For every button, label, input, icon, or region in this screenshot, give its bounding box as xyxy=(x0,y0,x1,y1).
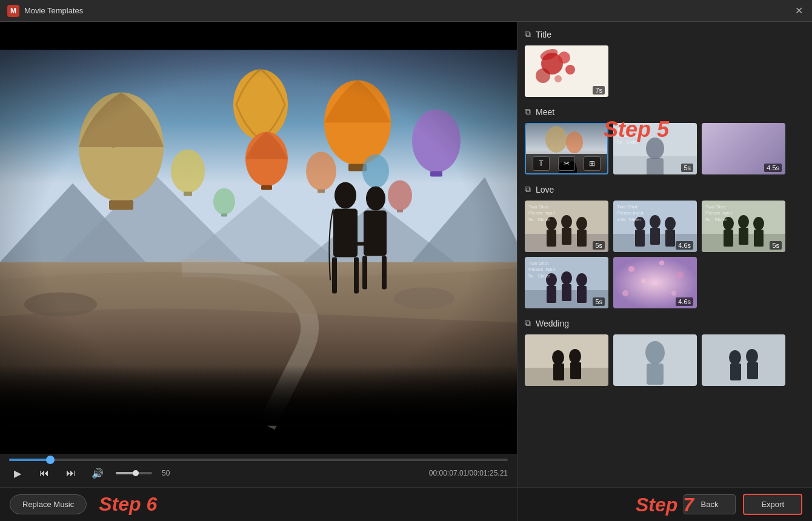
section-meet-label: Meet xyxy=(536,107,554,117)
svg-point-53 xyxy=(566,131,583,153)
svg-point-103 xyxy=(552,350,564,365)
thumb-wedding-3[interactable] xyxy=(702,334,785,386)
svg-rect-81 xyxy=(724,230,733,247)
thumb-meet-1[interactable]: T ✂ ⊞ xyxy=(525,123,608,174)
thumb-love-3-inner: Two ShotPlease input5s Slider 5s xyxy=(702,201,785,252)
svg-point-95 xyxy=(628,266,634,272)
thumb-title-1-inner: 7s xyxy=(525,45,608,97)
thumb-image-button[interactable]: ⊞ xyxy=(584,156,601,171)
section-love-header: ⧉ Love xyxy=(525,184,805,194)
thumb-meet-2-text: Two ShotPlease input5s Slider xyxy=(617,127,644,145)
step7-annotation: Step 7 xyxy=(636,493,694,516)
title-bar-left: M Movie Templates xyxy=(7,5,83,17)
volume-value: 50 xyxy=(162,469,170,477)
section-love-icon: ⧉ xyxy=(525,184,531,194)
thumb-love-5[interactable]: 4.6s xyxy=(613,257,697,308)
video-preview xyxy=(0,22,517,454)
svg-point-46 xyxy=(558,51,570,64)
svg-rect-114 xyxy=(747,362,758,379)
scrubber-track[interactable] xyxy=(9,459,508,461)
replace-music-button[interactable]: Replace Music xyxy=(10,494,87,514)
svg-point-74 xyxy=(650,215,661,228)
section-title-icon: ⧉ xyxy=(525,29,531,39)
export-button[interactable]: Export xyxy=(743,494,802,515)
svg-point-82 xyxy=(738,215,749,228)
close-button[interactable]: ✕ xyxy=(793,5,805,17)
svg-rect-73 xyxy=(635,230,645,247)
thumb-love-4-text: Two ShotPlease input5s Slider xyxy=(528,260,555,279)
svg-point-113 xyxy=(746,349,758,363)
section-wedding-header: ⧉ Wedding xyxy=(525,318,805,328)
svg-point-98 xyxy=(641,279,646,284)
app-title: Movie Templates xyxy=(24,6,83,15)
section-title-header: ⧉ Title xyxy=(525,29,805,39)
section-title-label: Title xyxy=(536,30,551,39)
controls-row: ▶ ⏮ ⏭ 🔊 50 00:00:07.01/00:01:25.21 xyxy=(9,465,508,482)
volume-button[interactable]: 🔊 xyxy=(89,465,106,482)
thumb-love-4[interactable]: Two ShotPlease input5s Slider 5s xyxy=(525,257,608,308)
svg-rect-85 xyxy=(754,230,764,247)
svg-point-100 xyxy=(671,291,676,296)
main-layout: ▶ ⏮ ⏭ 🔊 50 00:00:07.01/00:01:25.21 Repla… xyxy=(0,22,812,521)
thumb-wedding-1[interactable] xyxy=(525,334,608,386)
prev-frame-button[interactable]: ⏮ xyxy=(36,465,53,482)
svg-rect-77 xyxy=(665,230,675,247)
svg-rect-102 xyxy=(525,368,608,386)
thumb-meet-1-controls: T ✂ ⊞ xyxy=(526,154,607,173)
svg-point-105 xyxy=(569,349,581,363)
thumb-meet-3[interactable]: 4.5s xyxy=(702,123,785,174)
thumb-love-2[interactable]: Two ShotPlease input4.6s Slider 4.6s xyxy=(613,201,697,252)
thumb-meet-3-duration: 4.5s xyxy=(764,164,782,172)
thumb-wedding-2[interactable] xyxy=(613,334,697,386)
volume-slider[interactable] xyxy=(116,472,152,474)
thumb-meet-3-inner: 4.5s xyxy=(702,123,785,174)
svg-rect-106 xyxy=(570,362,581,379)
svg-rect-91 xyxy=(562,284,571,301)
right-bottom-bar: Step 7 Back Export xyxy=(517,487,812,521)
svg-rect-65 xyxy=(547,230,556,247)
play-button[interactable]: ▶ xyxy=(9,465,26,482)
current-time: 00:00:07.01 xyxy=(429,469,467,477)
thumb-love-1-text: Two ShotPlease input5s Slider xyxy=(528,204,555,223)
thumb-love-1-duration: 5s xyxy=(593,241,605,250)
svg-point-60 xyxy=(646,138,664,159)
svg-rect-61 xyxy=(647,158,664,174)
svg-point-52 xyxy=(545,126,567,153)
thumb-love-3[interactable]: Two ShotPlease input5s Slider 5s xyxy=(702,201,785,252)
thumb-cut-button[interactable]: ✂ xyxy=(558,156,575,171)
svg-point-68 xyxy=(576,217,587,230)
thumb-wedding-3-inner xyxy=(702,334,785,386)
next-frame-button[interactable]: ⏭ xyxy=(62,465,79,482)
svg-rect-83 xyxy=(739,228,748,245)
thumb-love-2-text: Two ShotPlease input4.6s Slider xyxy=(617,204,644,223)
svg-rect-43 xyxy=(0,365,517,426)
section-meet-header: ⧉ Meet xyxy=(525,107,805,117)
thumb-love-5-duration: 4.6s xyxy=(676,297,693,306)
timeline-area: ▶ ⏮ ⏭ 🔊 50 00:00:07.01/00:01:25.21 xyxy=(0,454,517,487)
svg-point-99 xyxy=(622,290,628,296)
thumb-love-3-duration: 5s xyxy=(770,241,782,250)
volume-thumb xyxy=(133,470,139,476)
section-wedding-icon: ⧉ xyxy=(525,318,531,328)
thumb-meet-2-inner: Two ShotPlease input5s Slider 5s xyxy=(613,123,697,174)
thumb-text-button[interactable]: T xyxy=(533,156,550,171)
meet-thumbnails: T ✂ ⊞ xyxy=(525,123,805,174)
thumb-love-1[interactable]: Two ShotPlease input5s Slider 5s xyxy=(525,201,608,252)
thumb-meet-2[interactable]: Two ShotPlease input5s Slider 5s xyxy=(613,123,697,174)
app-icon: M xyxy=(7,5,19,17)
svg-point-108 xyxy=(645,341,665,364)
thumb-love-4-duration: 5s xyxy=(593,297,605,306)
svg-rect-67 xyxy=(562,228,571,245)
title-thumbnails: 7s xyxy=(525,45,805,97)
thumb-meet-2-duration: 5s xyxy=(681,164,693,172)
thumb-love-3-text: Two ShotPlease input5s Slider xyxy=(705,204,732,223)
svg-point-49 xyxy=(554,75,562,82)
svg-point-84 xyxy=(753,217,764,230)
bottom-bar: Replace Music Step 6 xyxy=(0,487,517,521)
scrubber-thumb[interactable] xyxy=(46,456,55,464)
scrubber-fill xyxy=(9,459,50,461)
thumb-love-2-inner: Two ShotPlease input4.6s Slider 4.6s xyxy=(613,201,697,252)
title-bar: M Movie Templates ✕ xyxy=(0,0,812,22)
thumb-title-1[interactable]: 7s xyxy=(525,45,608,97)
svg-point-48 xyxy=(565,65,575,75)
